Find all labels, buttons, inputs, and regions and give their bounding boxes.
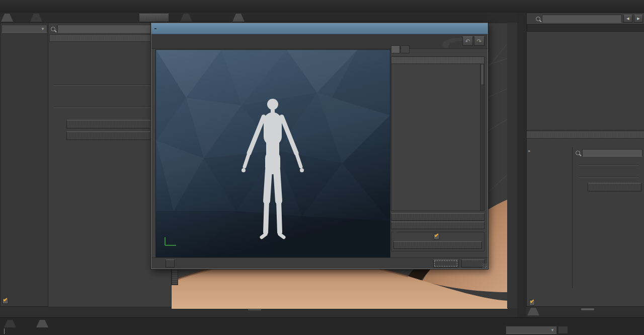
property-filter-input[interactable] [582, 149, 642, 157]
show-sub-items-checkbox[interactable]: ✔ [529, 300, 535, 305]
zoom-view-icon[interactable] [508, 91, 516, 99]
lesson-dropdown[interactable]: ▼ [506, 326, 557, 334]
chevron-down-icon: ▼ [550, 328, 554, 332]
tab-workspace-settings[interactable] [391, 45, 400, 53]
reference-group: ✔ [391, 232, 485, 251]
scene-pane: ◀ ▶ [526, 13, 644, 131]
video-icon [54, 132, 62, 140]
preview-3d-render [156, 50, 390, 257]
accept-button[interactable] [433, 259, 458, 267]
orbit-view-icon[interactable] [508, 67, 516, 75]
help-icon[interactable] [154, 259, 163, 267]
pan-view-icon[interactable] [380, 68, 388, 76]
scene-filter-input[interactable] [542, 15, 622, 23]
viewport-menu-icon[interactable] [508, 25, 516, 33]
viewport-controls [507, 23, 518, 308]
main-toolbar [0, 0, 644, 13]
dialog-bottom-bar [151, 257, 488, 269]
surfaces-scrollbar[interactable] [480, 63, 484, 211]
content-category-sidebar: ▼ ✔ [0, 23, 49, 307]
update-curve-orientations-row[interactable]: ✔ [393, 234, 482, 239]
enable-button[interactable] [391, 213, 485, 221]
shader-label-bar [527, 131, 644, 139]
strand-hair-icon [532, 148, 538, 154]
filter-by-context-row[interactable]: ✔ [3, 298, 10, 304]
editor-help-area [573, 147, 644, 298]
strand-based-hair-editor-dialog: ↶ ↷ [151, 23, 488, 269]
hair-editor-preview[interactable] [155, 49, 390, 258]
filter-funnel-icon [4, 26, 10, 32]
dialog-logo [154, 28, 156, 29]
surfaces-editor-pane: ► ✔ [526, 130, 644, 307]
scene-header-row [527, 24, 644, 32]
video-icon [577, 183, 585, 191]
update-surfaces-button[interactable] [393, 241, 482, 249]
cancel-button[interactable] [461, 259, 485, 267]
shader-tree-item[interactable]: ► [527, 147, 572, 154]
pane-window-icon[interactable] [170, 14, 178, 22]
tab-products[interactable] [30, 14, 42, 22]
dialog-titlebar[interactable] [151, 23, 488, 34]
pane-drag-handle[interactable] [581, 308, 595, 311]
right-dock-bottom-tabbar [526, 306, 644, 318]
playhead-tick[interactable] [4, 328, 5, 334]
orbit-view-icon[interactable] [380, 57, 388, 65]
search-icon [536, 17, 540, 21]
update-curve-orientations-checkbox[interactable]: ✔ [434, 234, 439, 239]
daz-studio-window: ▼ ✔ [0, 0, 644, 335]
undo-icon: ↶ [465, 38, 470, 45]
redo-icon: ↷ [476, 38, 481, 45]
chevron-down-icon: ▼ [41, 27, 45, 31]
search-icon [576, 151, 580, 155]
disable-button[interactable] [391, 222, 485, 229]
show-sub-items-row[interactable]: ✔ [529, 300, 537, 305]
pane-window-icon[interactable] [635, 319, 643, 327]
search-icon [51, 27, 55, 31]
work-offline-button[interactable] [139, 14, 169, 22]
filter-prev-button[interactable]: ◀ [623, 15, 632, 23]
right-dock-tabstrip [517, 13, 526, 317]
tab-global-settings[interactable] [400, 45, 410, 53]
tab-viewport[interactable] [232, 14, 245, 22]
pane-options-icon[interactable] [528, 16, 534, 22]
frame-view-icon[interactable] [380, 90, 388, 98]
surfaces-list-frame [391, 56, 485, 211]
home-view-icon[interactable] [508, 115, 516, 123]
surfaces-name-header[interactable] [391, 57, 484, 64]
material-group-list: ► [527, 147, 573, 288]
video-surfaces-button[interactable] [588, 183, 641, 191]
tab-animate-lite[interactable] [4, 320, 16, 327]
dialog-settings-column: ✔ [391, 45, 485, 257]
home-view-icon[interactable] [380, 101, 388, 109]
graphics-settings-button[interactable] [166, 259, 175, 267]
filter-by-context-checkbox[interactable]: ✔ [3, 298, 8, 304]
timeline-dock: ▼ [0, 317, 644, 335]
tab-timeline[interactable] [36, 320, 48, 327]
tab-render-library[interactable] [180, 14, 192, 22]
zoom-view-icon[interactable] [380, 79, 388, 87]
dialog-undo-button[interactable]: ↶ [462, 36, 473, 46]
selection-dropdown[interactable]: ▼ [2, 25, 47, 33]
filter-next-button[interactable]: ▶ [634, 15, 643, 23]
tab-tips-right[interactable] [527, 308, 539, 315]
pan-view-icon[interactable] [508, 79, 516, 87]
video-icon [54, 120, 62, 128]
tab-files[interactable] [1, 14, 13, 22]
resize-grip[interactable] [482, 263, 487, 268]
dialog-redo-button[interactable]: ↷ [474, 36, 485, 46]
lesson-video-icon[interactable] [558, 326, 568, 334]
frame-view-icon[interactable] [508, 103, 516, 111]
